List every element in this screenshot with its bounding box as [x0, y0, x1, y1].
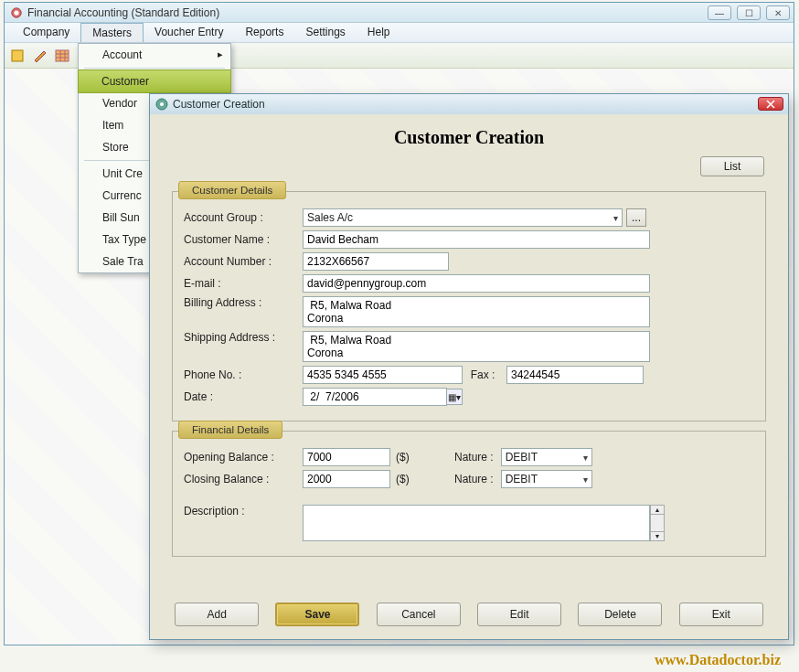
phone-input[interactable] — [303, 366, 463, 384]
date-label: Date : — [184, 390, 303, 403]
chevron-down-icon: ▾ — [578, 453, 588, 463]
minimize-button[interactable]: — — [708, 5, 731, 20]
currency-label-1: ($) — [396, 451, 410, 464]
add-button[interactable]: Add — [175, 603, 259, 626]
list-button[interactable]: List — [700, 156, 764, 176]
save-button[interactable]: Save — [275, 603, 359, 626]
svg-rect-2 — [12, 50, 23, 61]
account-group-browse-button[interactable]: ... — [626, 208, 646, 227]
window-controls: — ☐ ✕ — [708, 5, 790, 20]
scroll-down-icon[interactable]: ▾ — [650, 531, 665, 541]
exit-button[interactable]: Exit — [679, 603, 763, 626]
nature-label-2: Nature : — [437, 473, 501, 485]
toolbar-edit-icon[interactable] — [30, 47, 50, 65]
scroll-track[interactable] — [650, 515, 665, 531]
close-icon — [766, 100, 775, 109]
modal-button-row: Add Save Cancel Edit Delete Exit — [150, 603, 788, 626]
menu-customer[interactable]: Customer — [78, 69, 231, 93]
customer-details-fieldset: Customer Details Account Group : Sales A… — [172, 191, 766, 421]
account-number-label: Account Number : — [184, 255, 303, 268]
nature-label-1: Nature : — [437, 451, 501, 464]
customer-details-legend: Customer Details — [178, 181, 286, 199]
closing-balance-label: Closing Balance : — [184, 473, 303, 485]
account-number-input[interactable] — [303, 252, 449, 271]
menu-separator — [84, 68, 225, 69]
menu-company[interactable]: Company — [12, 23, 80, 42]
financial-details-legend: Financial Details — [178, 421, 282, 439]
opening-balance-label: Opening Balance : — [184, 451, 303, 464]
maximize-button[interactable]: ☐ — [737, 5, 761, 20]
app-icon — [10, 6, 23, 19]
toolbar-grid-icon[interactable] — [52, 47, 72, 65]
account-group-label: Account Group : — [184, 211, 303, 224]
menubar: Company Masters Voucher Entry Reports Se… — [5, 23, 794, 43]
edit-button[interactable]: Edit — [477, 603, 561, 626]
modal-body: List Customer Details Account Group : Sa… — [150, 151, 788, 588]
closing-nature-value: DEBIT — [506, 473, 538, 485]
modal-title: Customer Creation — [173, 98, 265, 111]
email-input[interactable] — [303, 274, 650, 293]
billing-address-input[interactable] — [303, 296, 650, 327]
app-window: Financial Accounting (Standard Edition) … — [4, 2, 794, 645]
opening-balance-input[interactable] — [303, 448, 390, 466]
cancel-button[interactable]: Cancel — [377, 603, 461, 626]
shipping-address-label: Shipping Address : — [184, 331, 303, 344]
date-picker[interactable]: ▦▾ — [303, 388, 463, 406]
currency-label-2: ($) — [396, 473, 410, 485]
modal-icon — [155, 98, 168, 111]
email-label: E-mail : — [184, 277, 303, 290]
svg-rect-3 — [56, 50, 69, 61]
closing-nature-select[interactable]: DEBIT ▾ — [501, 470, 592, 488]
menu-voucher-entry[interactable]: Voucher Entry — [144, 23, 234, 42]
calendar-icon[interactable]: ▦▾ — [446, 389, 463, 405]
modal-titlebar: Customer Creation — [150, 94, 788, 114]
date-input[interactable] — [303, 388, 447, 406]
titlebar: Financial Accounting (Standard Edition) … — [5, 3, 794, 23]
menu-masters[interactable]: Masters — [80, 23, 144, 42]
svg-point-9 — [160, 102, 164, 106]
description-input[interactable] — [303, 505, 650, 541]
shipping-address-input[interactable] — [303, 331, 650, 362]
billing-address-label: Billing Address : — [184, 296, 303, 309]
financial-details-fieldset: Financial Details Opening Balance : ($) … — [172, 431, 766, 557]
account-group-value: Sales A/c — [307, 211, 353, 224]
delete-button[interactable]: Delete — [578, 603, 662, 626]
chevron-down-icon: ▾ — [608, 213, 618, 223]
customer-creation-modal: Customer Creation Customer Creation List… — [149, 93, 789, 640]
close-button[interactable]: ✕ — [766, 5, 790, 20]
opening-nature-value: DEBIT — [506, 451, 538, 464]
menu-reports[interactable]: Reports — [234, 23, 294, 42]
description-label: Description : — [184, 505, 303, 517]
app-title: Financial Accounting (Standard Edition) — [27, 6, 219, 19]
toolbar-new-icon[interactable] — [8, 47, 28, 65]
description-scrollbar[interactable]: ▴ ▾ — [650, 505, 665, 541]
menu-help[interactable]: Help — [357, 23, 401, 42]
phone-label: Phone No. : — [184, 368, 303, 381]
scroll-up-icon[interactable]: ▴ — [650, 505, 665, 515]
chevron-down-icon: ▾ — [578, 475, 588, 485]
fax-input[interactable] — [506, 366, 644, 384]
menu-account[interactable]: Account — [79, 44, 230, 66]
account-group-select[interactable]: Sales A/c ▾ — [303, 208, 623, 227]
modal-close-button[interactable] — [758, 97, 783, 111]
customer-name-input[interactable] — [303, 230, 650, 249]
customer-name-label: Customer Name : — [184, 233, 303, 246]
fax-label: Fax : — [463, 368, 506, 381]
menu-settings[interactable]: Settings — [294, 23, 356, 42]
svg-point-1 — [14, 10, 18, 15]
watermark: www.Datadoctor.biz — [655, 652, 781, 668]
opening-nature-select[interactable]: DEBIT ▾ — [501, 448, 592, 466]
closing-balance-input[interactable] — [303, 470, 390, 488]
